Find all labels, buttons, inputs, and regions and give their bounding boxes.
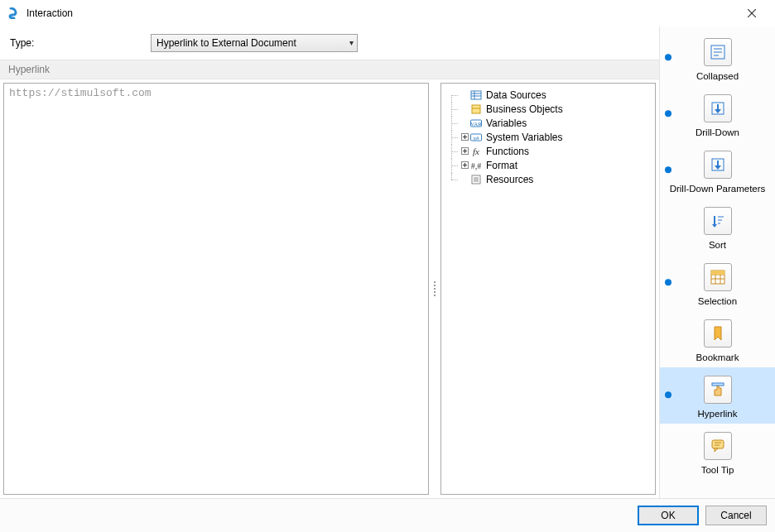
close-button[interactable] — [734, 2, 770, 25]
indicator-dot-icon — [665, 110, 672, 117]
type-select[interactable]: Hyperlink to External Document ▾ — [151, 34, 358, 52]
svg-marker-36 — [715, 165, 721, 170]
category-label: Tool Tip — [701, 465, 734, 475]
tree-item-label: Variables — [486, 117, 527, 129]
tree-item-label: Format — [486, 160, 517, 171]
indicator-dot-icon — [665, 54, 672, 60]
category-collapsed[interactable]: Collapsed — [660, 30, 775, 86]
datasource-icon — [469, 89, 483, 102]
tree-item[interactable]: fxFunctions — [445, 145, 652, 159]
function-icon: fx — [469, 145, 483, 158]
svg-rect-48 — [712, 383, 724, 386]
type-select-value: Hyperlink to External Document — [156, 37, 296, 49]
expand-icon[interactable] — [460, 161, 469, 170]
collapsed-icon — [704, 38, 732, 66]
indicator-dot-icon — [665, 391, 672, 398]
svg-text:VAR: VAR — [470, 121, 482, 127]
ok-button[interactable]: OK — [638, 506, 699, 525]
svg-text:x#: x# — [474, 135, 480, 141]
tree-item-label: Functions — [486, 146, 529, 157]
svg-marker-38 — [712, 224, 717, 228]
close-icon — [748, 9, 756, 17]
expand-icon[interactable] — [460, 147, 469, 156]
tooltip-icon — [704, 432, 732, 460]
category-tool-tip[interactable]: Tool Tip — [660, 424, 775, 480]
category-drill-down-parameters[interactable]: Drill-Down Parameters — [660, 142, 775, 199]
splitter-grip-icon — [434, 281, 436, 296]
variable-icon: VAR — [469, 117, 483, 130]
resources-icon — [469, 173, 483, 186]
svg-rect-49 — [712, 440, 724, 448]
svg-rect-2 — [471, 91, 481, 99]
tree-item-label: System Variables — [486, 132, 562, 143]
tree-item[interactable]: Resources — [445, 173, 652, 187]
tree-item[interactable]: Data Sources — [445, 89, 652, 103]
sort-icon — [704, 207, 732, 235]
category-drill-down[interactable]: Drill-Down — [660, 86, 775, 142]
category-label: Bookmark — [696, 352, 739, 362]
hyperlink-icon — [704, 376, 732, 404]
category-hyperlink[interactable]: Hyperlink — [660, 367, 775, 424]
editor-row: https://stimulsoft.com Data SourcesBusin… — [0, 79, 659, 498]
tree-item-label: Data Sources — [486, 89, 546, 101]
category-label: Sort — [709, 240, 726, 250]
category-sort[interactable]: Sort — [660, 199, 775, 255]
splitter[interactable] — [432, 83, 437, 495]
svg-text:#,#: #,# — [471, 161, 482, 170]
bizobject-icon — [469, 103, 483, 116]
footer: OK Cancel — [0, 498, 775, 532]
svg-marker-50 — [715, 448, 718, 452]
dictionary-tree[interactable]: Data SourcesBusiness ObjectsVARVariables… — [440, 83, 656, 495]
tree-item-label: Business Objects — [486, 103, 563, 115]
svg-rect-6 — [472, 105, 480, 113]
bookmark-icon — [704, 319, 732, 347]
tree-item[interactable]: VARVariables — [445, 117, 652, 131]
drilldown-icon — [704, 94, 732, 122]
cancel-button[interactable]: Cancel — [705, 506, 767, 525]
indicator-dot-icon — [665, 166, 672, 173]
type-row: Type: Hyperlink to External Document ▾ — [0, 26, 659, 60]
type-label: Type: — [10, 37, 151, 49]
section-header: Hyperlink — [0, 60, 659, 79]
main-column: Type: Hyperlink to External Document ▾ H… — [0, 26, 659, 498]
drillparams-icon — [704, 151, 732, 179]
tree-item[interactable]: x#System Variables — [445, 131, 652, 145]
body: Type: Hyperlink to External Document ▾ H… — [0, 26, 775, 498]
category-label: Hyperlink — [698, 409, 738, 419]
window-title: Interaction — [26, 7, 734, 19]
category-label: Drill-Down — [696, 127, 739, 137]
tree-item[interactable]: #,#Format — [445, 159, 652, 173]
category-rail[interactable]: CollapsedDrill-DownDrill-Down Parameters… — [659, 26, 775, 498]
category-label: Selection — [698, 296, 737, 306]
svg-rect-47 — [711, 271, 724, 275]
category-bookmark[interactable]: Bookmark — [660, 311, 775, 367]
indicator-dot-icon — [665, 279, 672, 285]
expand-icon[interactable] — [460, 133, 469, 142]
chevron-down-icon: ▾ — [349, 38, 354, 47]
selection-icon — [704, 263, 732, 291]
svg-marker-33 — [715, 109, 721, 113]
interaction-dialog: Interaction Type: Hyperlink to External … — [0, 0, 775, 532]
format-icon: #,# — [469, 159, 483, 172]
tree-item-label: Resources — [486, 174, 533, 185]
category-label: Drill-Down Parameters — [670, 184, 766, 194]
titlebar: Interaction — [0, 0, 775, 26]
app-icon — [7, 7, 20, 20]
hyperlink-editor[interactable]: https://stimulsoft.com — [3, 83, 429, 495]
tree-item[interactable]: Business Objects — [445, 103, 652, 117]
svg-text:fx: fx — [473, 146, 479, 156]
category-label: Collapsed — [696, 71, 739, 81]
sysvariable-icon: x# — [469, 131, 483, 144]
category-selection[interactable]: Selection — [660, 255, 775, 311]
